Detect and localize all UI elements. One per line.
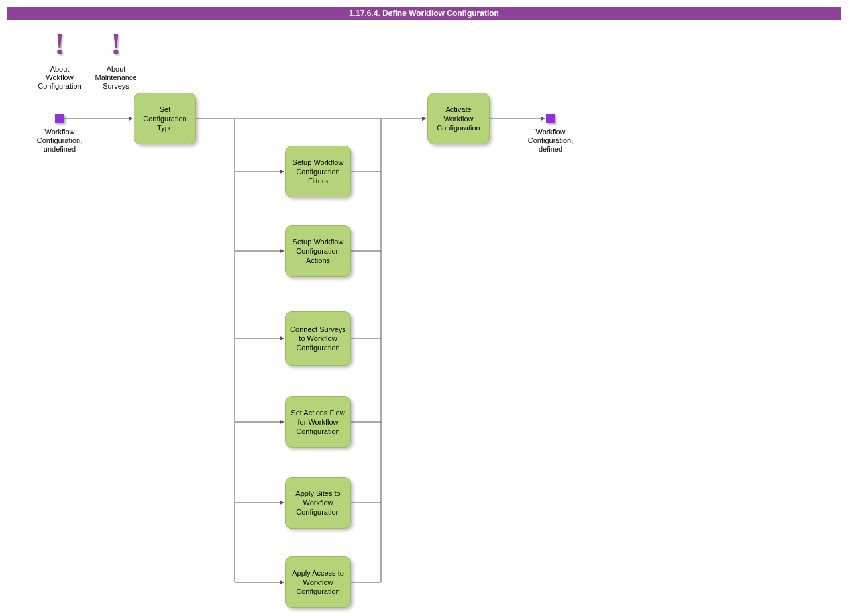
box-apply-sites: Apply Sites to Workflow Configuration: [285, 477, 351, 529]
terminal-start-label: Workflow Configuration, undefined: [33, 128, 86, 154]
box-setup-actions: Setup Workflow Configuration Actions: [285, 225, 351, 277]
note-line: Configuration: [36, 82, 83, 91]
connector-lines: [0, 0, 848, 616]
label-line: defined: [524, 145, 577, 154]
exclamation-icon: !: [90, 33, 142, 56]
label-line: Workflow: [524, 128, 577, 136]
terminal-end: [546, 114, 555, 123]
note-line: Maintenance: [90, 74, 142, 82]
box-set-actions-flow: Set Actions Flow for Workflow Configurat…: [285, 396, 351, 448]
box-setup-filters: Setup Workflow Configuration Filters: [285, 146, 351, 197]
label-line: Configuration,: [33, 136, 86, 145]
terminal-start: [55, 114, 64, 123]
note-about-workflow-config: ! About Wokflow Configuration: [36, 33, 83, 91]
note-line: About: [90, 65, 142, 74]
note-line: About: [36, 65, 83, 74]
label-line: undefined: [33, 145, 86, 154]
page-title: 1.17.6.4. Define Workflow Configuration: [7, 7, 841, 20]
note-line: Wokflow: [36, 74, 83, 82]
exclamation-icon: !: [36, 33, 83, 56]
box-apply-access: Apply Access to Workflow Configuration: [285, 556, 351, 608]
label-line: Configuration,: [524, 136, 577, 145]
note-about-maintenance-surveys: ! About Maintenance Surveys: [90, 33, 142, 91]
terminal-end-label: Workflow Configuration, defined: [524, 128, 577, 154]
label-line: Workflow: [33, 128, 86, 136]
note-line: Surveys: [90, 82, 142, 91]
box-connect-surveys: Connect Surveys to Workflow Configuratio…: [285, 311, 351, 366]
box-set-configuration-type: Set Configuration Type: [134, 93, 196, 144]
box-activate-config: Activate Workflow Configuration: [427, 93, 490, 144]
